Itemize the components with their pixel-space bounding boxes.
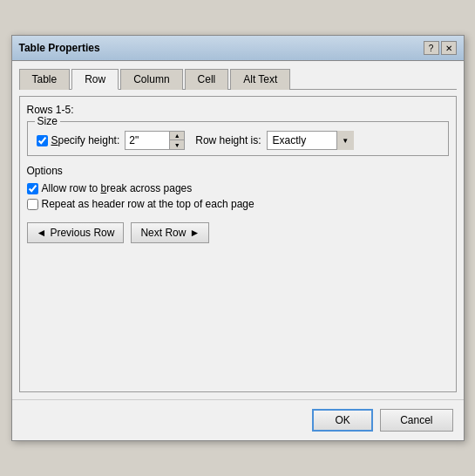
specify-height-label[interactable]: Specify height: bbox=[37, 134, 120, 146]
allow-break-checkbox[interactable] bbox=[27, 183, 38, 194]
next-row-icon: ► bbox=[189, 227, 200, 239]
tab-bar: Table Row Column Cell Alt Text bbox=[19, 68, 457, 90]
repeat-header-label: Repeat as header row at the top of each … bbox=[42, 198, 254, 210]
close-button[interactable]: ✕ bbox=[441, 41, 457, 55]
table-properties-dialog: Table Properties ? ✕ Table Row Column Ce… bbox=[11, 35, 465, 441]
title-bar: Table Properties ? ✕ bbox=[12, 36, 464, 61]
specify-height-checkbox[interactable] bbox=[37, 135, 48, 146]
previous-row-icon: ◄ bbox=[37, 227, 47, 239]
allow-break-label: Allow row to break across pages bbox=[42, 182, 193, 194]
tab-alt-text[interactable]: Alt Text bbox=[230, 69, 290, 90]
nav-buttons: ◄ Previous Row Next Row ► bbox=[27, 222, 449, 243]
repeat-header-checkbox[interactable] bbox=[27, 199, 38, 210]
options-title: Options bbox=[27, 165, 449, 177]
cancel-button[interactable]: Cancel bbox=[380, 409, 452, 432]
rows-label: Rows 1-5: bbox=[27, 104, 449, 116]
dialog-content: Table Row Column Cell Alt Text Rows 1-5:… bbox=[12, 61, 464, 399]
size-group: Size Specify height: ▲ ▼ bbox=[27, 121, 449, 156]
row-panel: Rows 1-5: Size Specify height: ▲ ▼ bbox=[19, 96, 457, 392]
size-group-title: Size bbox=[35, 115, 60, 127]
height-spin-input: ▲ ▼ bbox=[125, 131, 185, 150]
row-height-select-wrapper: At least Exactly ▼ bbox=[267, 131, 354, 150]
height-down-button[interactable]: ▼ bbox=[170, 140, 184, 149]
height-up-button[interactable]: ▲ bbox=[170, 132, 184, 140]
tab-row[interactable]: Row bbox=[71, 69, 119, 90]
next-row-label: Next Row bbox=[140, 227, 186, 239]
height-input[interactable] bbox=[126, 132, 169, 149]
ok-button[interactable]: OK bbox=[312, 409, 373, 432]
dialog-footer: OK Cancel bbox=[12, 399, 464, 440]
row-height-is-label: Row height is: bbox=[195, 134, 261, 146]
dialog-title: Table Properties bbox=[19, 42, 100, 54]
tab-cell[interactable]: Cell bbox=[185, 69, 229, 90]
tab-column[interactable]: Column bbox=[120, 69, 182, 90]
options-group: Options Allow row to break across pages … bbox=[27, 165, 449, 210]
help-button[interactable]: ? bbox=[424, 41, 439, 55]
spin-buttons: ▲ ▼ bbox=[169, 132, 184, 149]
size-group-content: Specify height: ▲ ▼ Row height is: bbox=[37, 131, 439, 150]
allow-break-row: Allow row to break across pages bbox=[27, 182, 449, 194]
specify-height-text: Specify height: bbox=[51, 134, 120, 146]
row-height-select[interactable]: At least Exactly bbox=[267, 131, 354, 150]
previous-row-button[interactable]: ◄ Previous Row bbox=[27, 222, 125, 243]
repeat-header-row: Repeat as header row at the top of each … bbox=[27, 198, 449, 210]
next-row-button[interactable]: Next Row ► bbox=[131, 222, 209, 243]
title-bar-controls: ? ✕ bbox=[424, 41, 457, 55]
previous-row-label: Previous Row bbox=[50, 227, 114, 239]
tab-table[interactable]: Table bbox=[19, 69, 71, 90]
size-row: Specify height: ▲ ▼ Row height is: bbox=[37, 131, 439, 150]
